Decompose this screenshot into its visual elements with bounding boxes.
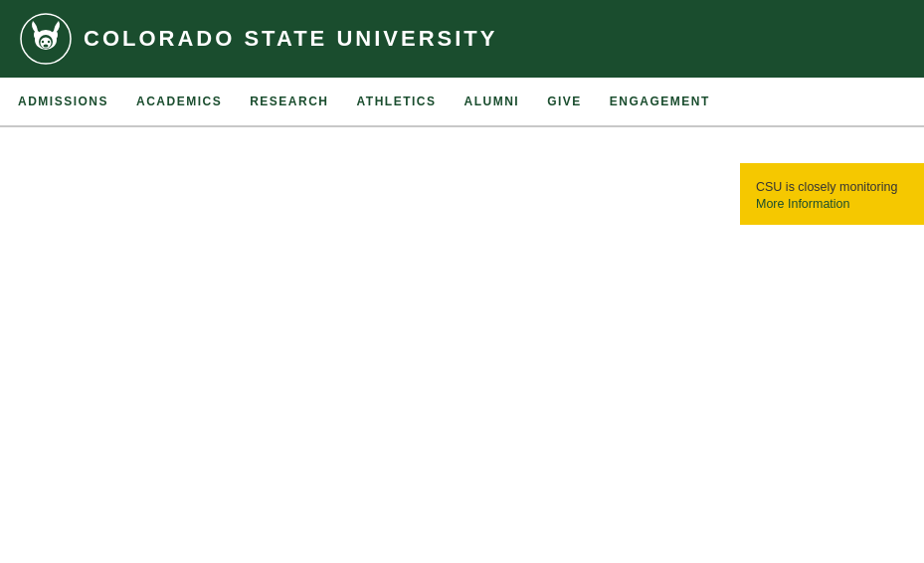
logo-container[interactable]: COLORADO STATE UNIVERSITY <box>20 13 497 65</box>
nav-item-athletics[interactable]: ATHLETICS <box>357 94 437 108</box>
nav-item-give[interactable]: GIVE <box>547 94 582 108</box>
csu-ram-logo <box>20 13 72 65</box>
svg-point-8 <box>52 31 58 39</box>
svg-point-6 <box>44 45 49 48</box>
nav-item-research[interactable]: RESEARCH <box>250 94 328 108</box>
svg-point-7 <box>34 31 40 39</box>
alert-more-info-link[interactable]: More Information <box>756 197 908 211</box>
main-content: CSU is closely monitoring More Informati… <box>0 127 924 563</box>
alert-message: CSU is closely monitoring <box>756 180 897 194</box>
svg-point-4 <box>42 41 44 43</box>
nav-item-academics[interactable]: ACADEMICS <box>136 94 222 108</box>
svg-point-5 <box>48 41 50 43</box>
nav-item-alumni[interactable]: ALUMNI <box>463 94 519 108</box>
university-name: COLORADO STATE UNIVERSITY <box>84 26 497 52</box>
main-nav: ADMISSIONS ACADEMICS RESEARCH ATHLETICS … <box>0 78 924 127</box>
nav-item-engagement[interactable]: ENGAGEMENT <box>610 94 710 108</box>
site-header: COLORADO STATE UNIVERSITY <box>0 0 924 78</box>
alert-banner: CSU is closely monitoring More Informati… <box>740 163 924 225</box>
nav-item-admissions[interactable]: ADMISSIONS <box>18 94 108 108</box>
